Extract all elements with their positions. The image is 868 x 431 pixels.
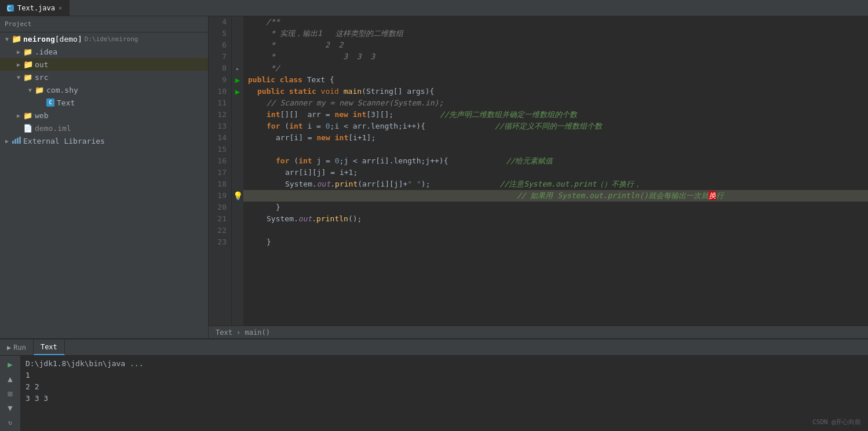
gutter-6	[233, 39, 242, 51]
sidebar-item-demoiml[interactable]: 📄 demo.iml	[0, 122, 208, 134]
arr-17: arr	[285, 167, 298, 178]
gutter-16	[233, 155, 242, 167]
java-file-icon: C	[7, 5, 14, 12]
cmt-cn-13: //循环定义不同的一维数组个数	[495, 120, 602, 132]
brackets-10: []	[393, 86, 407, 97]
iml-icon: 📄	[23, 124, 32, 133]
cmt-6: * 2 2	[248, 39, 343, 51]
output-line-1: 1	[25, 370, 863, 381]
watermark: CSDN @开心向前	[812, 418, 861, 426]
gutter-17	[233, 167, 242, 178]
svg-rect-0	[12, 141, 14, 144]
sidebar-item-comshy[interactable]: ▼ 📁 com.shy	[0, 83, 208, 96]
src-label: src	[35, 73, 48, 82]
kw-int-14: int	[335, 132, 348, 144]
brackets2-12: [3][];	[366, 109, 393, 120]
code-lines[interactable]: /** * 实现，输出1 这样类型的二维数组 * 2 2 * 3 3 3	[243, 16, 868, 326]
tab-close-button[interactable]: ✕	[59, 5, 62, 11]
arrow-idea: ▶	[14, 49, 23, 55]
ln-13: 13	[213, 120, 227, 132]
brackets-14: [i] =	[289, 132, 316, 144]
bottom-tab-run[interactable]: ▶ Run	[0, 339, 34, 355]
web-label: web	[35, 111, 48, 120]
bottom-tab-text[interactable]: Text	[34, 339, 65, 355]
cmt-11: // Scanner my = new Scanner(System.in);	[267, 97, 443, 109]
neirong-path: D:\ide\neirong	[85, 35, 138, 43]
gutter-18	[233, 178, 242, 190]
cmt-7: * 3 3 3	[248, 51, 375, 63]
inc-13: ;i++)	[398, 120, 421, 132]
p-16: (	[294, 155, 298, 167]
code-line-7: * 3 3 3	[243, 51, 868, 63]
ln-18: 18	[213, 178, 227, 190]
arrow-neirong: ▼	[2, 36, 12, 42]
gutter-5	[233, 28, 242, 39]
gutter-9[interactable]: ▶	[233, 74, 242, 86]
brace-20: }	[276, 202, 280, 213]
stop-button[interactable]: ■	[3, 387, 17, 399]
kw-static-10: static	[289, 86, 321, 97]
sidebar-item-src[interactable]: ▼ 📁 src	[0, 71, 208, 83]
classname-9: Text	[307, 74, 330, 86]
code-line-6: * 2 2	[243, 39, 868, 51]
string-class-10: String	[366, 86, 393, 97]
run-arrow-10[interactable]: ▶	[235, 87, 240, 96]
arr-13: arr	[353, 120, 366, 132]
sidebar-item-text[interactable]: C Text	[0, 96, 208, 109]
neirong-badge: [demo]	[55, 35, 82, 43]
run-tab-label: Run	[13, 344, 26, 352]
ln-19: 19	[213, 190, 227, 202]
var-i-13: i	[307, 120, 316, 132]
folder-web-icon: 📁	[23, 111, 32, 119]
folder-src-icon: 📁	[23, 73, 32, 81]
svg-rect-3	[19, 137, 21, 144]
kw-class-9: class	[280, 74, 307, 86]
code-editor[interactable]: 4 5 6 7 8 9 10 11 12 13 14 15 16 17 18 1…	[209, 16, 868, 326]
code-line-15	[243, 144, 868, 155]
run-arrow-9[interactable]: ▶	[235, 75, 240, 85]
var-j-16: j	[316, 155, 326, 167]
sidebar-header: Project	[0, 16, 208, 32]
dot-13: .	[366, 120, 371, 132]
cmt-8: */	[248, 63, 280, 74]
gutter-4	[233, 16, 242, 28]
up-button[interactable]: ▲	[3, 372, 17, 385]
dot2-21: .	[312, 213, 316, 225]
length-13: length	[371, 120, 398, 132]
code-line-19: // 如果用 System.out.println()就会每输出一次就换行	[243, 190, 868, 202]
arrow-src: ▼	[14, 74, 23, 81]
num-16: 0	[335, 155, 340, 167]
code-line-18: System.out.print(arr[i][j]+" "); //注意Sys…	[243, 178, 868, 190]
sidebar-item-idea[interactable]: ▶ 📁 .idea	[0, 45, 208, 58]
println-21: println	[316, 213, 348, 225]
java-text-icon: C	[46, 98, 54, 107]
code-line-16: for (int j = 0;j < arr[i].length;j++){ /…	[243, 155, 868, 167]
gutter-12	[233, 109, 242, 120]
gutter-10[interactable]: ▶	[233, 86, 242, 97]
fold-8[interactable]: ▸	[236, 65, 239, 72]
sidebar-item-web[interactable]: ▶ 📁 web	[0, 109, 208, 122]
arr-16: arr	[362, 155, 375, 167]
rerun-button[interactable]: ↻	[3, 417, 17, 429]
sidebar-item-neirong[interactable]: ▼ 📁 neirong [demo] D:\ide\neirong	[0, 32, 208, 45]
kw-int-16: int	[298, 155, 316, 167]
watermark-text: CSDN @开心向前	[812, 418, 861, 426]
tab-text-java[interactable]: C Text.java ✕	[0, 0, 70, 16]
code-line-13: for (int i = 0;i < arr.length;i++){ //循环…	[243, 120, 868, 132]
lightbulb-icon[interactable]: 💡	[233, 191, 243, 200]
brackets2-14: [i+1];	[348, 132, 375, 144]
comshy-label: com.shy	[46, 86, 78, 94]
svg-rect-1	[14, 139, 16, 144]
down-button[interactable]: ▼	[3, 402, 17, 414]
code-line-22	[243, 225, 868, 236]
sidebar-item-external[interactable]: ▶ External Libraries	[0, 134, 208, 147]
ln-17: 17	[213, 167, 227, 178]
kw-public-9: public	[248, 74, 280, 86]
sidebar-item-out[interactable]: ▶ 📁 out	[0, 58, 208, 71]
ln-7: 7	[213, 51, 227, 63]
kw-new-14: new	[316, 132, 334, 144]
play-button[interactable]: ▶	[3, 358, 17, 370]
run-icon: ▶	[7, 344, 11, 352]
code-line-21: System.out.println();	[243, 213, 868, 225]
gutter-19: 💡	[233, 190, 242, 202]
